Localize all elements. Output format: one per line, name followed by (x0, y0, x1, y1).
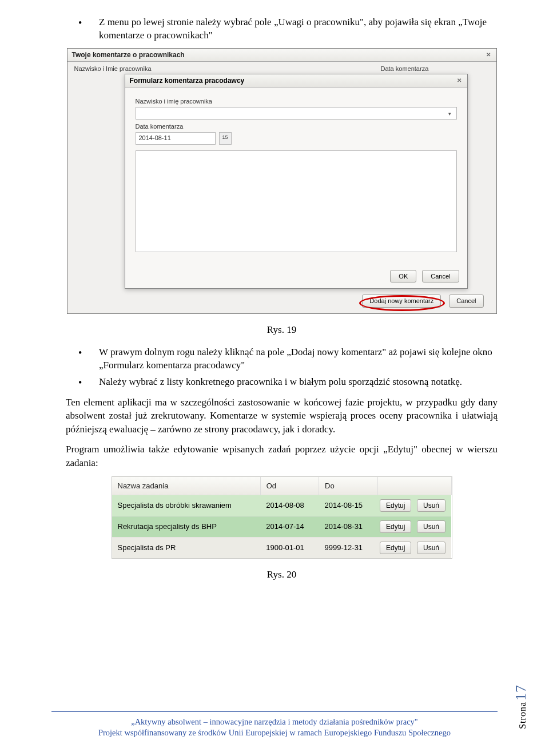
delete-button[interactable]: Usuń (417, 520, 445, 533)
paragraph-1: Ten element aplikacji ma w szczególności… (66, 396, 498, 436)
ok-button[interactable]: OK (390, 270, 416, 282)
cell-task-name: Rekrutacja specjalisty ds BHP (112, 516, 261, 537)
footer-line-1: „Aktywny absolwent – innowacyjne narzędz… (51, 717, 498, 728)
cell-task-name: Specjalista ds PR (112, 537, 261, 558)
paragraph-2: Program umożliwia także edytowanie wpisa… (66, 443, 498, 469)
task-table: Nazwa zadania Od Do Specjalista ds obrób… (112, 477, 452, 558)
outer-window-titlebar: Twoje komentarze o pracownikach ✕ (67, 49, 496, 62)
footer: „Aktywny absolwent – innowacyjne narzędz… (51, 711, 498, 739)
bullet-list-top: Z menu po lewej stronie należy wybrać po… (89, 16, 498, 42)
inner-dialog-title: Formularz komentarza pracodawcy (130, 77, 245, 85)
inner-dialog: Formularz komentarza pracodawcy ✕ Nazwis… (125, 74, 468, 289)
cell-task-name: Specjalista ds obróbki skrawaniem (112, 495, 261, 516)
bullet-list-mid: W prawym dolnym rogu należy kliknąć na p… (89, 346, 498, 389)
form-body: Nazwisko i imię pracownika ▾ Data koment… (125, 87, 467, 259)
cell-from: 2014-08-08 (260, 495, 319, 516)
column-header-date: Data komentarza (381, 65, 490, 72)
label-comment-date: Data komentarza (136, 123, 457, 130)
employee-select[interactable]: ▾ (136, 107, 457, 120)
cancel-button[interactable]: Cancel (422, 270, 459, 282)
table-row: Rekrutacja specjalisty ds BHP 2014-07-14… (112, 516, 452, 537)
label-employee-name: Nazwisko i imię pracownika (136, 98, 457, 105)
table-row: Specjalista ds obróbki skrawaniem 2014-0… (112, 495, 452, 516)
edit-button[interactable]: Edytuj (380, 520, 411, 533)
column-header-from: Od (260, 477, 319, 495)
outer-window: Twoje komentarze o pracownikach ✕ Nazwis… (67, 48, 497, 314)
bullet-item: Z menu po lewej stronie należy wybrać po… (89, 16, 498, 42)
page-label: Strona (518, 702, 527, 729)
close-icon[interactable]: ✕ (486, 51, 491, 58)
screenshot-comments-dialog: Twoje komentarze o pracownikach ✕ Nazwis… (67, 48, 497, 314)
delete-button[interactable]: Usuń (417, 499, 445, 512)
calendar-icon[interactable]: 15 (219, 132, 232, 145)
screenshot-task-table: Nazwa zadania Od Do Specjalista ds obrób… (112, 476, 452, 559)
outer-window-header-row: Nazwisko i Imie pracownika Data komentar… (67, 62, 496, 74)
close-icon[interactable]: ✕ (457, 77, 462, 83)
inner-dialog-titlebar: Formularz komentarza pracodawcy ✕ (125, 74, 467, 87)
figure-caption-20: Rys. 20 (66, 569, 498, 580)
cell-from: 2014-07-14 (260, 516, 319, 537)
figure-caption-19: Rys. 19 (66, 324, 498, 336)
column-header-task-name: Nazwa zadania (112, 477, 261, 495)
comment-textarea[interactable] (136, 150, 457, 252)
add-comment-button[interactable]: Dodaj nowy komentarz (362, 295, 441, 308)
chevron-down-icon: ▾ (446, 110, 454, 118)
column-header-to: Do (319, 477, 377, 495)
bullet-item: Należy wybrać z listy konkretnego pracow… (89, 376, 498, 389)
date-input[interactable]: 2014-08-11 (136, 132, 216, 145)
bullet-item: W prawym dolnym rogu należy kliknąć na p… (89, 346, 498, 372)
footer-line-2: Projekt współfinansowany ze środków Unii… (51, 727, 498, 739)
table-row: Specjalista ds PR 1900-01-01 9999-12-31 … (112, 537, 452, 558)
page-number: 17 (512, 685, 529, 701)
column-header-name: Nazwisko i Imie pracownika (74, 65, 381, 72)
cell-to: 9999-12-31 (319, 537, 377, 558)
page-number-side: Strona17 (512, 685, 530, 729)
cancel-button[interactable]: Cancel (449, 295, 483, 308)
cell-from: 1900-01-01 (260, 537, 319, 558)
delete-button[interactable]: Usuń (417, 542, 445, 554)
edit-button[interactable]: Edytuj (380, 542, 411, 554)
outer-window-title: Twoje komentarze o pracownikach (72, 51, 185, 59)
cell-to: 2014-08-15 (319, 495, 377, 516)
cell-to: 2014-08-31 (319, 516, 377, 537)
edit-button[interactable]: Edytuj (380, 499, 411, 512)
